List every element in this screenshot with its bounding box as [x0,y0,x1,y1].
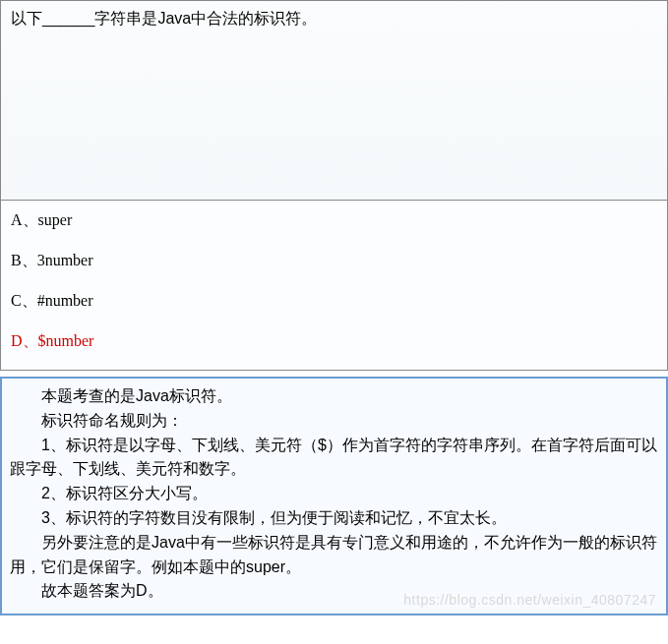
explanation-line-1: 本题考查的是Java标识符。 [10,384,658,409]
explanation-line-3: 1、标识符是以字母、下划线、美元符（$）作为首字符的字符串序列。在首字符后面可以… [10,434,658,483]
explanation-line-4: 2、标识符区分大小写。 [10,482,658,506]
option-a: A、super [11,210,657,231]
option-c: C、#number [11,291,657,312]
explanation-panel: 本题考查的是Java标识符。 标识符命名规则为： 1、标识符是以字母、下划线、美… [0,377,668,615]
options-panel: A、super B、3number C、#number D、$number [0,201,668,371]
explanation-line-6: 另外要注意的是Java中有一些标识符是具有专门意义和用途的，不允许作为一般的标识… [10,531,658,580]
question-text: 以下______字符串是Java中合法的标识符。 [11,7,657,30]
option-d: D、$number [11,331,657,352]
question-panel: 以下______字符串是Java中合法的标识符。 [0,0,668,201]
watermark: https://blog.csdn.net/weixin_40807247 [403,592,656,608]
explanation-line-5: 3、标识符的字符数目没有限制，但为便于阅读和记忆，不宜太长。 [10,506,658,531]
option-b: B、3number [11,251,657,271]
explanation-line-2: 标识符命名规则为： [10,409,658,434]
